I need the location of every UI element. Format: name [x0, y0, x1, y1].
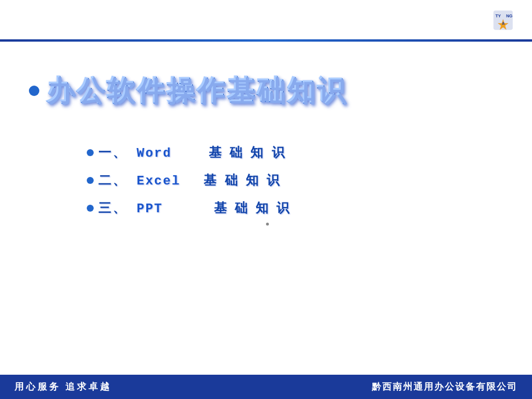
sub-item-text-3: 三、 PPT 基 础 知 识 — [98, 200, 291, 217]
footer: 用心服务 追求卓越 黔西南州通用办公设备有限公司 — [0, 375, 532, 399]
footer-company: 黔西南州通用办公设备有限公司 — [372, 381, 518, 393]
footer-tagline: 用心服务 追求卓越 — [14, 381, 112, 393]
svg-text:NG: NG — [506, 13, 512, 19]
list-item: 二、 Excel 基 础 知 识 — [87, 172, 291, 189]
main-title-area: 办公软件操作基础知识 — [29, 72, 347, 109]
sub-item-app-2: Excel — [136, 174, 194, 189]
sub-item-number-2: 二、 — [98, 173, 127, 187]
sub-item-app-1: Word — [136, 146, 200, 161]
main-content: 办公软件操作基础知识 一、 Word 基 础 知 识 二、 Excel 基 础 … — [0, 43, 532, 373]
logo-area: TY NG A — [492, 9, 515, 32]
sub-item-desc-3: 基 础 知 识 — [214, 201, 291, 215]
sub-bullet-2 — [87, 177, 94, 184]
header-divider — [0, 39, 532, 42]
sub-items-list: 一、 Word 基 础 知 识 二、 Excel 基 础 知 识 三、 PPT … — [87, 144, 291, 217]
header: TY NG A — [0, 0, 532, 40]
svg-text:TY: TY — [496, 13, 501, 19]
svg-text:A: A — [502, 21, 505, 25]
logo-icon: TY NG A — [492, 9, 515, 32]
page-title: 办公软件操作基础知识 — [46, 72, 347, 109]
sub-item-number-3: 三、 — [98, 201, 127, 215]
sub-item-desc-2: 基 础 知 识 — [204, 173, 281, 187]
list-item: 三、 PPT 基 础 知 识 — [87, 200, 291, 217]
sub-item-desc-1: 基 础 知 识 — [209, 145, 286, 160]
sub-bullet-3 — [87, 205, 94, 212]
sub-bullet-1 — [87, 149, 94, 156]
center-dot — [266, 223, 269, 226]
sub-item-number-1: 一、 — [98, 145, 127, 160]
title-bullet — [29, 86, 39, 96]
list-item: 一、 Word 基 础 知 识 — [87, 144, 291, 161]
sub-item-app-3: PPT — [136, 202, 205, 216]
sub-item-text-2: 二、 Excel 基 础 知 识 — [98, 172, 282, 189]
sub-item-text-1: 一、 Word 基 础 知 识 — [98, 144, 287, 161]
